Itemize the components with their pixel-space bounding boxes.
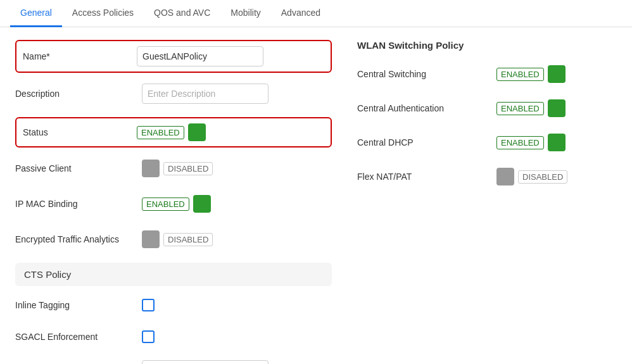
ip-mac-value: ENABLED xyxy=(142,198,189,211)
flex-nat-label: Flex NAT/PAT xyxy=(357,172,496,182)
central-switching-label: Central Switching xyxy=(357,69,496,79)
tab-general[interactable]: General xyxy=(10,0,62,27)
passive-client-toggle-group: DISABLED xyxy=(142,160,213,177)
sgacl-checkbox[interactable] xyxy=(142,330,155,343)
status-toggle[interactable] xyxy=(188,123,206,141)
description-label: Description xyxy=(15,89,142,99)
sgacl-label: SGACL Enforcement xyxy=(15,332,142,342)
passive-client-label: Passive Client xyxy=(15,163,142,173)
flex-nat-toggle-group: DISABLED xyxy=(496,168,567,185)
passive-client-toggle[interactable] xyxy=(142,160,160,177)
central-auth-label: Central Authentication xyxy=(357,103,496,113)
inline-tagging-checkbox[interactable] xyxy=(142,299,155,311)
central-dhcp-toggle-group: ENABLED xyxy=(496,134,566,151)
right-panel: WLAN Switching Policy Central Switching … xyxy=(357,40,610,364)
sgacl-row: SGACL Enforcement xyxy=(15,327,332,347)
central-dhcp-toggle[interactable] xyxy=(548,134,566,151)
description-row: Description xyxy=(15,82,332,106)
ip-mac-toggle[interactable] xyxy=(193,195,211,213)
central-switching-toggle[interactable] xyxy=(548,65,566,83)
left-panel: Name* Description Status ENABLED Passive… xyxy=(15,40,332,364)
tab-bar: General Access Policies QOS and AVC Mobi… xyxy=(0,0,632,27)
central-auth-value: ENABLED xyxy=(496,102,544,115)
eta-label: Encrypted Traffic Analytics xyxy=(15,234,142,244)
tab-qos-avc[interactable]: QOS and AVC xyxy=(144,0,220,27)
flex-nat-row: Flex NAT/PAT DISABLED xyxy=(357,165,610,189)
eta-row: Encrypted Traffic Analytics DISABLED xyxy=(15,227,332,251)
cts-section-header: CTS Policy xyxy=(15,263,332,286)
name-input[interactable] xyxy=(137,46,263,66)
default-sgt-row: Default SGT xyxy=(15,358,332,364)
central-switching-row: Central Switching ENABLED xyxy=(357,62,610,86)
ip-mac-row: IP MAC Binding ENABLED xyxy=(15,192,332,216)
status-row: Status ENABLED xyxy=(15,117,332,147)
central-dhcp-value: ENABLED xyxy=(496,136,544,149)
central-switching-value: ENABLED xyxy=(496,68,544,81)
eta-toggle-group: DISABLED xyxy=(142,230,213,248)
central-dhcp-row: Central DHCP ENABLED xyxy=(357,130,610,154)
name-row: Name* xyxy=(15,40,332,73)
name-label: Name* xyxy=(23,51,137,61)
central-switching-toggle-group: ENABLED xyxy=(496,65,566,83)
status-toggle-group: ENABLED xyxy=(137,123,206,141)
tab-mobility[interactable]: Mobility xyxy=(220,0,270,27)
passive-client-value: DISABLED xyxy=(163,162,213,175)
eta-toggle[interactable] xyxy=(142,230,160,248)
default-sgt-input[interactable] xyxy=(142,360,269,364)
central-auth-toggle-group: ENABLED xyxy=(496,99,566,117)
central-dhcp-label: Central DHCP xyxy=(357,137,496,147)
central-auth-toggle[interactable] xyxy=(548,99,566,117)
eta-value: DISABLED xyxy=(163,233,213,246)
main-content: Name* Description Status ENABLED Passive… xyxy=(0,27,632,364)
flex-nat-value: DISABLED xyxy=(518,170,567,184)
inline-tagging-label: Inline Tagging xyxy=(15,300,142,310)
tab-advanced[interactable]: Advanced xyxy=(271,0,331,27)
ip-mac-label: IP MAC Binding xyxy=(15,199,142,209)
wlan-switching-title: WLAN Switching Policy xyxy=(357,40,610,51)
status-value: ENABLED xyxy=(137,126,184,139)
central-auth-row: Central Authentication ENABLED xyxy=(357,96,610,120)
description-input[interactable] xyxy=(142,84,269,104)
ip-mac-toggle-group: ENABLED xyxy=(142,195,211,213)
flex-nat-toggle[interactable] xyxy=(496,168,514,185)
inline-tagging-row: Inline Tagging xyxy=(15,295,332,315)
passive-client-row: Passive Client DISABLED xyxy=(15,156,332,180)
status-label: Status xyxy=(23,127,137,137)
tab-access-policies[interactable]: Access Policies xyxy=(62,0,144,27)
